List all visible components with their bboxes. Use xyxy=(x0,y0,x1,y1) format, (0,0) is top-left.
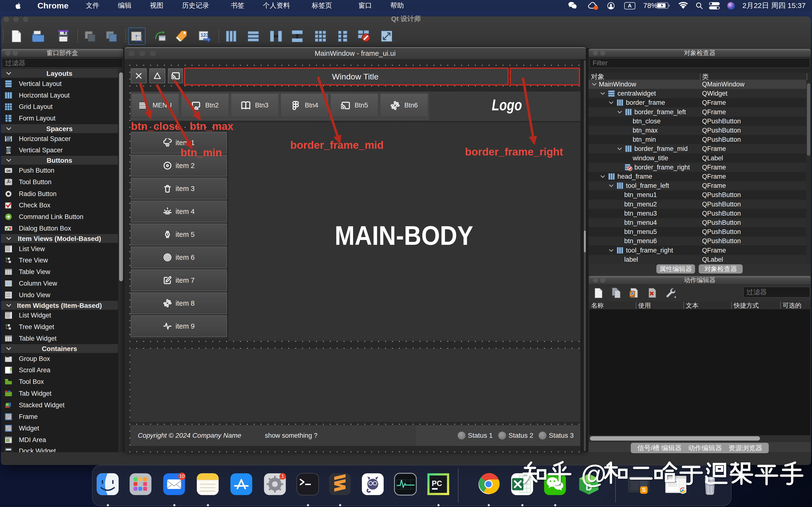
svg-text:1: 1 xyxy=(281,473,284,479)
svg-text:PC: PC xyxy=(432,479,442,488)
svg-text:OK: OK xyxy=(6,169,11,173)
svg-text:10: 10 xyxy=(179,473,185,479)
svg-text:123: 123 xyxy=(201,32,209,38)
